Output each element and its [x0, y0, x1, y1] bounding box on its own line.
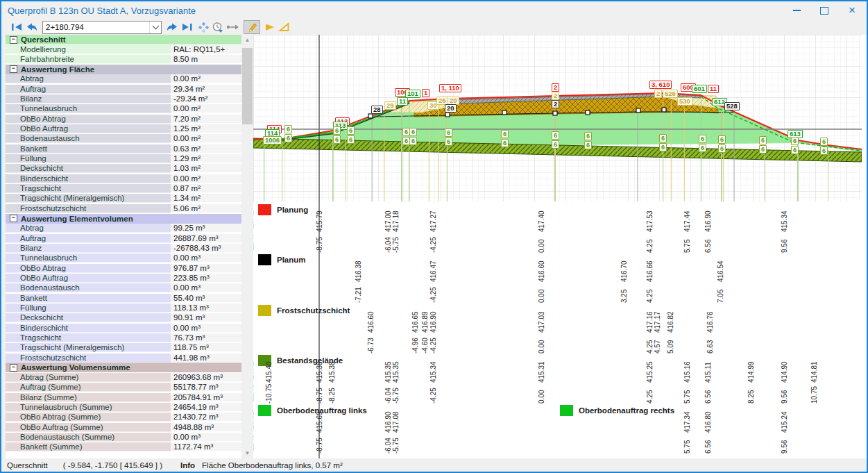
property-row[interactable]: Bankett55.40 m³: [6, 293, 241, 303]
ground-point-label: 6: [791, 146, 799, 154]
property-row[interactable]: Auftrag29.34 m²: [6, 84, 241, 94]
chevron-down-icon[interactable]: [149, 22, 161, 33]
history-button[interactable]: [212, 21, 223, 33]
property-row[interactable]: Bodenaustausch0.00 m²: [6, 134, 241, 144]
property-row[interactable]: Tragschicht (Mineralgemisch)118.75 m³: [6, 343, 241, 353]
ground-point-label: 6: [501, 139, 509, 147]
property-row[interactable]: Bilanz (Summe)205784.91 m³: [6, 392, 241, 402]
property-row[interactable]: Binderschicht0.00 m²: [6, 174, 241, 183]
property-row[interactable]: Tunnelausbruch (Summe)24654.19 m³: [6, 402, 241, 412]
property-row[interactable]: Deckschicht90.91 m³: [6, 313, 241, 323]
ground-point-label: 6: [584, 132, 592, 140]
band-elevation-value: 415.31: [253, 411, 255, 433]
property-row[interactable]: Fahrbahnbreite8.50 m: [6, 54, 241, 64]
section-header[interactable]: −Auswertung Elementvolumen: [6, 214, 241, 224]
property-row[interactable]: Bilanz-26788.43 m³: [6, 243, 241, 253]
statusbar-mode: Querschnitt: [1, 461, 48, 470]
collapse-icon[interactable]: −: [10, 65, 17, 73]
property-value: -26788.43 m³: [171, 244, 241, 253]
station-combobox[interactable]: 2+180.794: [42, 21, 162, 34]
last-station-button[interactable]: [181, 21, 193, 33]
property-row[interactable]: Bodenaustausch (Summe)0.00 m³: [6, 432, 241, 442]
property-grid[interactable]: −QuerschnittModellierungRAL: RQ11,5+Fahr…: [6, 35, 241, 458]
property-row[interactable]: Abtrag99.25 m³: [6, 224, 241, 233]
property-row[interactable]: Tunnelausbruch0.00 m²: [6, 104, 241, 114]
property-section-2: −Auswertung ElementvolumenAbtrag99.25 m³…: [6, 214, 241, 363]
property-row[interactable]: Tragschicht76.73 m³: [6, 333, 241, 342]
band-station-value: 4.25: [646, 340, 654, 354]
first-station-button[interactable]: [11, 21, 23, 33]
ground-point-label: 6: [333, 126, 341, 135]
property-row[interactable]: Binderschicht0.00 m³: [6, 323, 241, 333]
property-value: 1.25 m²: [171, 124, 241, 133]
collapse-icon[interactable]: −: [10, 364, 17, 372]
minimize-button[interactable]: [792, 6, 801, 15]
property-row[interactable]: ObBo Abtrag976.87 m³: [6, 263, 241, 273]
property-row[interactable]: Abtrag0.00 m²: [6, 74, 241, 84]
previous-station-button[interactable]: [26, 21, 38, 33]
property-label: Auftrag: [6, 85, 171, 94]
property-label: Tragschicht: [6, 184, 171, 193]
property-grid-scrollbar[interactable]: ▲ ▼: [241, 35, 253, 458]
property-row[interactable]: Auftrag26887.69 m³: [6, 233, 241, 243]
section-header[interactable]: −Auswertung Volumensumme: [6, 363, 241, 372]
scrollbar-track[interactable]: [241, 45, 253, 448]
property-label: Bilanz (Summe): [6, 393, 171, 402]
property-row[interactable]: Tunnelausbruch0.00 m³: [6, 254, 241, 263]
cross-section-canvas[interactable]: 114114100611311328291001011113026201, 11…: [253, 35, 867, 458]
property-value: 0.00 m³: [171, 433, 241, 442]
ground-point-label: 6: [791, 137, 799, 145]
property-value: 76.73 m³: [171, 333, 241, 342]
property-row[interactable]: ObBo Auftrag1.25 m²: [6, 124, 241, 133]
point-jump-button[interactable]: [226, 21, 239, 33]
point-number-label: 526: [663, 90, 678, 98]
band-elevation-value: 415.16: [683, 361, 692, 383]
property-row[interactable]: Bankett (Summe)1172.74 m³: [6, 442, 241, 452]
property-row[interactable]: ObBo Auftrag (Summe)4948.88 m³: [6, 422, 241, 432]
close-button[interactable]: ×: [847, 6, 857, 15]
section-header[interactable]: −Querschnitt: [6, 35, 241, 44]
property-row[interactable]: Deckschicht1.03 m²: [6, 164, 241, 174]
collapse-icon[interactable]: −: [10, 36, 17, 44]
edit-mode-button[interactable]: [244, 20, 260, 34]
band-elevation-value: 416.38: [355, 260, 363, 282]
band-station-value: -11.46: [253, 233, 255, 253]
property-row[interactable]: Auftrag (Summe)55178.77 m³: [6, 383, 241, 392]
maximize-button[interactable]: [819, 6, 829, 15]
band-elevation-value: 415.41: [253, 361, 255, 383]
band-station-value: -4.25: [429, 287, 438, 303]
property-row[interactable]: Abtrag (Summe)260963.68 m³: [6, 372, 241, 382]
point-number-label: 601: [692, 85, 707, 93]
slope-marker-button[interactable]: [264, 21, 275, 33]
property-row[interactable]: ObBo Abtrag7.20 m²: [6, 114, 241, 124]
property-row[interactable]: ModellierungRAL: RQ11,5+: [6, 44, 241, 54]
property-label: Abtrag: [6, 74, 171, 83]
scroll-up-arrow[interactable]: ▲: [241, 35, 253, 45]
collapse-icon[interactable]: −: [10, 215, 17, 222]
property-row[interactable]: Füllung118.13 m³: [6, 303, 241, 313]
legend-swatch: [258, 405, 271, 416]
scrollbar-thumb[interactable]: [242, 48, 253, 124]
property-label: Modellierung: [6, 45, 171, 54]
property-row[interactable]: ObBo Auftrag223.85 m³: [6, 273, 241, 283]
set-square-button[interactable]: [278, 21, 290, 33]
next-station-button[interactable]: [166, 21, 178, 33]
property-row[interactable]: Bodenaustausch0.00 m³: [6, 283, 241, 293]
property-row[interactable]: Bilanz-29.34 m²: [6, 94, 241, 103]
band-elevation-value: 416.60: [538, 260, 546, 282]
property-row[interactable]: Frostschutzschicht441.98 m³: [6, 353, 241, 363]
band-elevation-value: 415.11: [704, 362, 713, 383]
band-elevation-value: 417.53: [646, 210, 654, 232]
property-row[interactable]: Tragschicht (Mineralgemisch)1.34 m²: [6, 194, 241, 204]
property-row[interactable]: Tragschicht0.87 m²: [6, 183, 241, 193]
property-row[interactable]: ObBo Abtrag (Summe)21430.72 m³: [6, 413, 241, 422]
refresh-view-button[interactable]: [198, 21, 209, 33]
section-header[interactable]: −Auswertung Fläche: [6, 65, 241, 74]
property-row[interactable]: Füllung1.29 m²: [6, 153, 241, 163]
property-row[interactable]: Bankett0.63 m²: [6, 144, 241, 153]
property-row[interactable]: Frostschutzschicht5.06 m²: [6, 204, 241, 213]
legend-label: Planung: [277, 206, 308, 214]
scroll-down-arrow[interactable]: ▼: [241, 448, 253, 458]
property-value: 1.29 m²: [171, 154, 241, 163]
property-value: 0.00 m²: [171, 134, 241, 143]
